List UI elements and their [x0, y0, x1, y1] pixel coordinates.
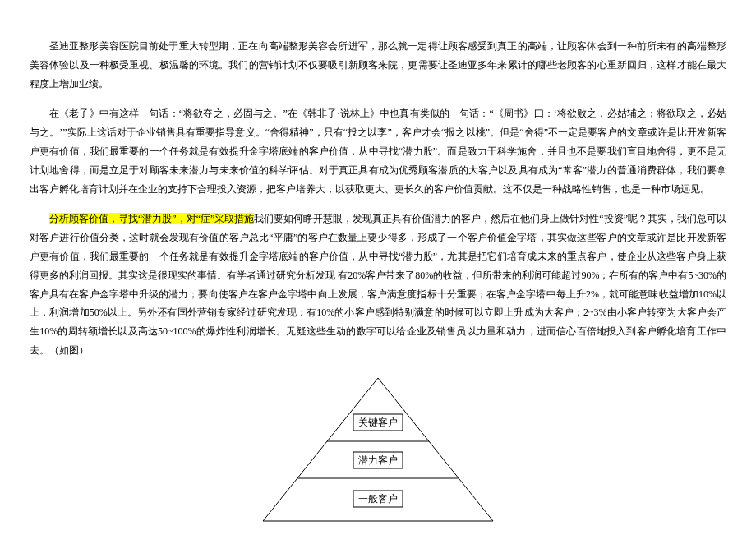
- pyramid-figure: 关键客户 潜力客户 一般客户: [30, 371, 726, 528]
- pyramid-svg: 关键客户 潜力客户 一般客户: [230, 371, 526, 528]
- pyramid-mid-label: 潜力客户: [358, 454, 398, 466]
- top-rule: [30, 25, 726, 25]
- highlight-span: 分析顾客价值，寻找“潜力股”，对“症”采取措施: [49, 213, 254, 224]
- para-intro: 圣迪亚整形美容医院目前处于重大转型期，正在向高端整形美容会所进军，那么就一定得让…: [30, 37, 726, 93]
- para-3: 分析顾客价值，寻找“潜力股”，对“症”采取措施我们要如何睁开慧眼，发现真正具有价…: [30, 210, 726, 359]
- para-2: 在《老子》中有这样一句话：“将欲夺之，必固与之。”在《韩非子·说林上》中也真有类…: [30, 104, 726, 198]
- para-3-rest: 我们要如何睁开慧眼，发现真正具有价值潜力的客户，然后在他们身上做针对性“投资”呢…: [30, 213, 726, 356]
- pyramid-top-label: 关键客户: [358, 417, 398, 428]
- pyramid-bot-label: 一般客户: [358, 493, 398, 505]
